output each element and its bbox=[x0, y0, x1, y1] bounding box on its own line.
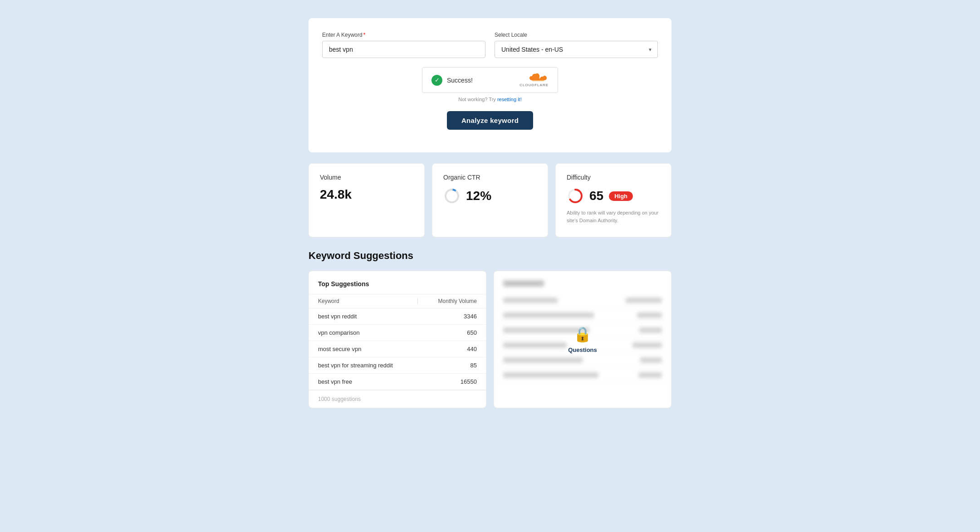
kw-name: vpn comparison bbox=[318, 329, 422, 336]
difficulty-wrapper: 65 High bbox=[567, 187, 660, 205]
volume-label: Volume bbox=[320, 174, 413, 181]
analyze-button[interactable]: Analyze keyword bbox=[447, 111, 533, 130]
lock-icon: 🔒 bbox=[573, 326, 592, 343]
suggestions-row: Top Suggestions Keyword Monthly Volume b… bbox=[309, 271, 671, 408]
difficulty-ring-chart bbox=[567, 187, 584, 205]
suggestions-footer: 1000 suggestions bbox=[309, 390, 486, 408]
difficulty-badge: High bbox=[609, 191, 633, 201]
captcha-box: ✓ Success! CLOUDFLARE bbox=[422, 67, 558, 93]
kw-volume: 440 bbox=[422, 346, 477, 352]
table-row: best vpn for streaming reddit 85 bbox=[309, 357, 486, 374]
ctr-label: Organic CTR bbox=[443, 174, 537, 181]
difficulty-note: Ability to rank will vary depending on y… bbox=[567, 209, 660, 224]
table-row: best vpn reddit 3346 bbox=[309, 308, 486, 325]
keyword-form-section: Enter A Keyword* Select Locale United St… bbox=[309, 18, 671, 152]
lock-label: Questions bbox=[568, 347, 597, 353]
keyword-input[interactable] bbox=[322, 41, 485, 58]
difficulty-label: Difficulty bbox=[567, 174, 660, 181]
col-keyword-header: Keyword bbox=[318, 298, 413, 304]
kw-volume: 650 bbox=[422, 329, 477, 336]
ctr-wrapper: 12% bbox=[443, 187, 537, 205]
keyword-form-group: Enter A Keyword* bbox=[322, 32, 485, 58]
kw-name: best vpn free bbox=[318, 378, 422, 385]
difficulty-card: Difficulty 65 High Ability to rank will … bbox=[555, 163, 671, 237]
locale-form-group: Select Locale United States - en-US Unit… bbox=[495, 32, 658, 58]
kw-name: best vpn for streaming reddit bbox=[318, 362, 422, 369]
locale-select[interactable]: United States - en-US United Kingdom - e… bbox=[495, 41, 658, 58]
locked-overlay: 🔒 Questions bbox=[494, 271, 671, 408]
kw-name: most secure vpn bbox=[318, 346, 422, 352]
captcha-not-working: Not working? Try resetting it! bbox=[458, 97, 521, 102]
keyword-label: Enter A Keyword* bbox=[322, 32, 485, 38]
kw-volume: 85 bbox=[422, 362, 477, 369]
stats-row: Volume 24.8k Organic CTR 12% Difficulty bbox=[309, 163, 671, 237]
ctr-donut-chart bbox=[443, 187, 461, 205]
volume-value: 24.8k bbox=[320, 187, 413, 202]
ctr-card: Organic CTR 12% bbox=[432, 163, 548, 237]
table-header: Keyword Monthly Volume bbox=[309, 294, 486, 308]
questions-locked-card: 🔒 Questions bbox=[494, 271, 671, 408]
kw-volume: 16550 bbox=[422, 378, 477, 385]
kw-volume: 3346 bbox=[422, 313, 477, 320]
cloudflare-svg bbox=[526, 73, 547, 83]
locale-select-wrapper: United States - en-US United Kingdom - e… bbox=[495, 41, 658, 58]
locale-label: Select Locale bbox=[495, 32, 658, 38]
top-suggestions-card: Top Suggestions Keyword Monthly Volume b… bbox=[309, 271, 486, 408]
form-row: Enter A Keyword* Select Locale United St… bbox=[322, 32, 658, 58]
suggestions-heading: Keyword Suggestions bbox=[309, 250, 671, 262]
col-divider bbox=[417, 298, 418, 304]
kw-name: best vpn reddit bbox=[318, 313, 422, 320]
difficulty-value: 65 bbox=[589, 189, 603, 203]
table-row: best vpn free 16550 bbox=[309, 374, 486, 390]
ctr-value: 12% bbox=[466, 189, 491, 203]
cloudflare-icon bbox=[526, 73, 542, 82]
volume-card: Volume 24.8k bbox=[309, 163, 425, 237]
table-row: most secure vpn 440 bbox=[309, 341, 486, 357]
svg-point-2 bbox=[446, 190, 458, 202]
top-suggestions-title: Top Suggestions bbox=[309, 280, 486, 294]
captcha-left: ✓ Success! bbox=[431, 75, 473, 86]
col-volume-header: Monthly Volume bbox=[422, 298, 477, 304]
analyze-btn-wrapper: Analyze keyword bbox=[322, 111, 658, 130]
cloudflare-logo: CLOUDFLARE bbox=[519, 73, 549, 87]
captcha-success-text: Success! bbox=[447, 77, 473, 84]
table-row: vpn comparison 650 bbox=[309, 325, 486, 341]
keyword-suggestions-section: Keyword Suggestions Top Suggestions Keyw… bbox=[309, 250, 671, 408]
cloudflare-text: CLOUDFLARE bbox=[519, 83, 549, 87]
captcha-section: ✓ Success! CLOUDFLARE Not bbox=[322, 67, 658, 102]
captcha-reset-link[interactable]: resetting it! bbox=[497, 97, 522, 102]
captcha-success-icon: ✓ bbox=[431, 75, 442, 86]
